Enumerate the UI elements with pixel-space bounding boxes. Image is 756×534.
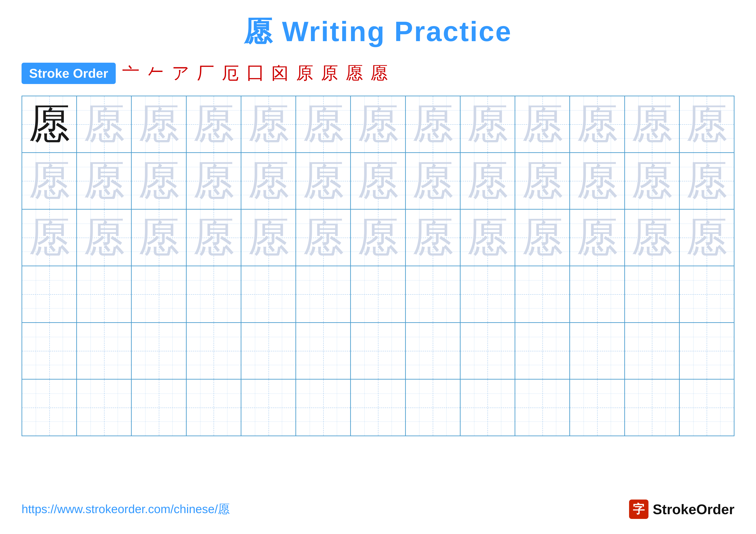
grid-cell-3-4[interactable]: 愿 xyxy=(187,210,241,266)
stroke-step-4: 厂 xyxy=(197,62,214,85)
strokeorder-logo-icon: 字 xyxy=(629,499,648,519)
grid-cell-3-7[interactable]: 愿 xyxy=(351,210,406,266)
grid-cell-4-8[interactable] xyxy=(406,266,461,322)
grid-cell-1-11[interactable]: 愿 xyxy=(570,96,625,152)
grid-cell-1-12[interactable]: 愿 xyxy=(625,96,680,152)
grid-cell-5-12[interactable] xyxy=(625,323,680,379)
grid-cell-3-13[interactable]: 愿 xyxy=(680,210,734,266)
stroke-step-3: ア xyxy=(172,62,189,85)
grid-cell-2-6[interactable]: 愿 xyxy=(296,153,351,209)
page-container: 愿 Writing Practice Stroke Order 亠𠂉ア厂厄囗囟原… xyxy=(0,0,756,534)
grid-cell-3-12[interactable]: 愿 xyxy=(625,210,680,266)
grid-cell-6-6[interactable] xyxy=(296,380,351,436)
grid-cell-2-10[interactable]: 愿 xyxy=(515,153,570,209)
stroke-step-6: 囗 xyxy=(247,62,264,85)
grid-cell-5-13[interactable] xyxy=(680,323,734,379)
grid-cell-1-8[interactable]: 愿 xyxy=(406,96,461,152)
grid-cell-2-5[interactable]: 愿 xyxy=(241,153,296,209)
grid-cell-4-1[interactable] xyxy=(22,266,77,322)
stroke-step-2: 𠂉 xyxy=(147,64,164,83)
footer: https://www.strokeorder.com/chinese/愿 字 … xyxy=(21,499,735,519)
grid-cell-3-8[interactable]: 愿 xyxy=(406,210,461,266)
grid-cell-4-5[interactable] xyxy=(241,266,296,322)
grid-cell-1-9[interactable]: 愿 xyxy=(461,96,515,152)
grid-cell-3-10[interactable]: 愿 xyxy=(515,210,570,266)
grid-cell-6-7[interactable] xyxy=(351,380,406,436)
grid-cell-2-7[interactable]: 愿 xyxy=(351,153,406,209)
grid-cell-4-13[interactable] xyxy=(680,266,734,322)
grid-cell-1-4[interactable]: 愿 xyxy=(187,96,241,152)
grid-cell-2-4[interactable]: 愿 xyxy=(187,153,241,209)
grid-cell-6-4[interactable] xyxy=(187,380,241,436)
grid-cell-6-13[interactable] xyxy=(680,380,734,436)
grid-cell-3-1[interactable]: 愿 xyxy=(22,210,77,266)
grid-cell-2-9[interactable]: 愿 xyxy=(461,153,515,209)
grid-cell-1-3[interactable]: 愿 xyxy=(132,96,186,152)
grid-cell-6-5[interactable] xyxy=(241,380,296,436)
grid-cell-6-9[interactable] xyxy=(461,380,515,436)
grid-cell-2-8[interactable]: 愿 xyxy=(406,153,461,209)
grid-cell-4-6[interactable] xyxy=(296,266,351,322)
grid-cell-6-11[interactable] xyxy=(570,380,625,436)
strokeorder-logo-text: StrokeOrder xyxy=(653,501,735,518)
grid-cell-1-5[interactable]: 愿 xyxy=(241,96,296,152)
grid-cell-3-9[interactable]: 愿 xyxy=(461,210,515,266)
grid-cell-3-2[interactable]: 愿 xyxy=(77,210,132,266)
grid-cell-2-13[interactable]: 愿 xyxy=(680,153,734,209)
grid-cell-2-12[interactable]: 愿 xyxy=(625,153,680,209)
grid-cell-5-11[interactable] xyxy=(570,323,625,379)
stroke-order-row: Stroke Order 亠𠂉ア厂厄囗囟原原愿愿 xyxy=(21,62,735,85)
stroke-step-1: 亠 xyxy=(122,62,139,85)
grid-cell-4-2[interactable] xyxy=(77,266,132,322)
grid-cell-5-5[interactable] xyxy=(241,323,296,379)
grid-cell-4-10[interactable] xyxy=(515,266,570,322)
grid-cell-2-1[interactable]: 愿 xyxy=(22,153,77,209)
stroke-order-badge: Stroke Order xyxy=(21,63,116,84)
grid-cell-1-13[interactable]: 愿 xyxy=(680,96,734,152)
grid-row-5 xyxy=(22,323,734,380)
grid-cell-1-6[interactable]: 愿 xyxy=(296,96,351,152)
grid-cell-5-10[interactable] xyxy=(515,323,570,379)
grid-cell-5-1[interactable] xyxy=(22,323,77,379)
grid-cell-5-9[interactable] xyxy=(461,323,515,379)
grid-cell-5-7[interactable] xyxy=(351,323,406,379)
grid-cell-1-1[interactable]: 愿 xyxy=(22,96,77,152)
grid-cell-5-3[interactable] xyxy=(132,323,186,379)
grid-row-6 xyxy=(22,380,734,436)
title-character: 愿 Writing Practice xyxy=(244,16,512,47)
grid-row-3: 愿 愿 愿 愿 xyxy=(22,210,734,266)
grid-cell-5-4[interactable] xyxy=(187,323,241,379)
stroke-step-8: 原 xyxy=(296,62,313,85)
grid-cell-6-12[interactable] xyxy=(625,380,680,436)
grid-cell-2-11[interactable]: 愿 xyxy=(570,153,625,209)
page-title: 愿 Writing Practice xyxy=(244,13,512,51)
grid-cell-3-11[interactable]: 愿 xyxy=(570,210,625,266)
grid-cell-4-9[interactable] xyxy=(461,266,515,322)
grid-cell-5-2[interactable] xyxy=(77,323,132,379)
grid-cell-6-1[interactable] xyxy=(22,380,77,436)
grid-cell-1-7[interactable]: 愿 xyxy=(351,96,406,152)
stroke-step-5: 厄 xyxy=(222,62,239,85)
grid-cell-6-3[interactable] xyxy=(132,380,186,436)
footer-url[interactable]: https://www.strokeorder.com/chinese/愿 xyxy=(21,501,230,517)
stroke-steps: 亠𠂉ア厂厄囗囟原原愿愿 xyxy=(122,62,388,85)
grid-cell-3-3[interactable]: 愿 xyxy=(132,210,186,266)
grid-cell-1-2[interactable]: 愿 xyxy=(77,96,132,152)
grid-cell-6-2[interactable] xyxy=(77,380,132,436)
grid-cell-4-4[interactable] xyxy=(187,266,241,322)
grid-cell-5-6[interactable] xyxy=(296,323,351,379)
grid-cell-5-8[interactable] xyxy=(406,323,461,379)
grid-cell-4-3[interactable] xyxy=(132,266,186,322)
grid-cell-3-6[interactable]: 愿 xyxy=(296,210,351,266)
practice-grid[interactable]: 愿 愿 愿 愿 xyxy=(21,96,735,436)
grid-cell-2-2[interactable]: 愿 xyxy=(77,153,132,209)
grid-cell-2-3[interactable]: 愿 xyxy=(132,153,186,209)
grid-cell-4-7[interactable] xyxy=(351,266,406,322)
grid-cell-6-10[interactable] xyxy=(515,380,570,436)
grid-row-2: 愿 愿 愿 愿 xyxy=(22,153,734,210)
grid-cell-6-8[interactable] xyxy=(406,380,461,436)
grid-cell-3-5[interactable]: 愿 xyxy=(241,210,296,266)
grid-cell-4-12[interactable] xyxy=(625,266,680,322)
grid-cell-4-11[interactable] xyxy=(570,266,625,322)
grid-cell-1-10[interactable]: 愿 xyxy=(515,96,570,152)
